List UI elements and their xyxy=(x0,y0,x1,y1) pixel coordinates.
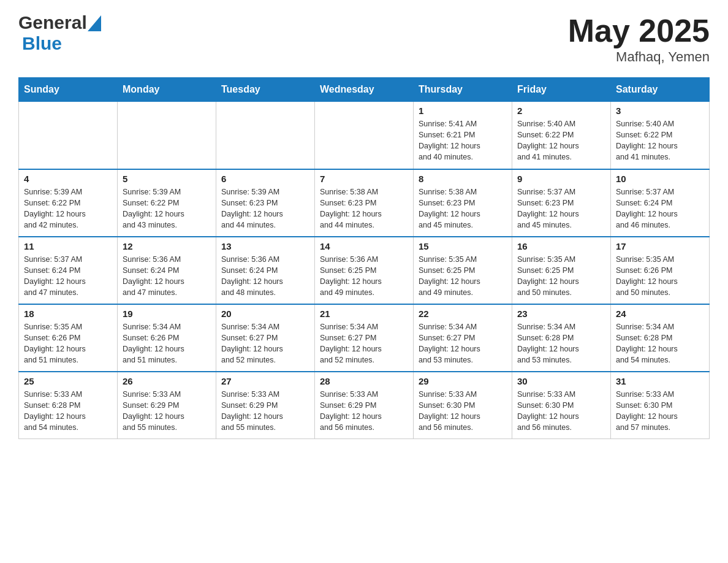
day-info: Sunrise: 5:33 AMSunset: 6:30 PMDaylight:… xyxy=(517,389,605,434)
day-info: Sunrise: 5:35 AMSunset: 6:25 PMDaylight:… xyxy=(517,254,605,299)
calendar-cell: 6Sunrise: 5:39 AMSunset: 6:23 PMDaylight… xyxy=(216,169,315,237)
day-info: Sunrise: 5:40 AMSunset: 6:22 PMDaylight:… xyxy=(517,118,605,163)
calendar-cell: 2Sunrise: 5:40 AMSunset: 6:22 PMDaylight… xyxy=(512,102,611,169)
day-info: Sunrise: 5:34 AMSunset: 6:28 PMDaylight:… xyxy=(517,321,605,366)
day-number: 15 xyxy=(419,241,507,251)
day-number: 23 xyxy=(517,308,605,319)
calendar-cell xyxy=(19,102,118,169)
day-number: 4 xyxy=(24,174,112,184)
day-info: Sunrise: 5:34 AMSunset: 6:27 PMDaylight:… xyxy=(419,321,507,366)
day-number: 10 xyxy=(616,174,704,184)
calendar-week-row: 11Sunrise: 5:37 AMSunset: 6:24 PMDayligh… xyxy=(19,237,710,304)
calendar-body: 1Sunrise: 5:41 AMSunset: 6:21 PMDaylight… xyxy=(19,102,710,439)
day-number: 14 xyxy=(320,241,408,251)
calendar-cell: 3Sunrise: 5:40 AMSunset: 6:22 PMDaylight… xyxy=(611,102,710,169)
day-info: Sunrise: 5:33 AMSunset: 6:29 PMDaylight:… xyxy=(320,389,408,434)
day-info: Sunrise: 5:36 AMSunset: 6:25 PMDaylight:… xyxy=(320,254,408,299)
day-info: Sunrise: 5:37 AMSunset: 6:24 PMDaylight:… xyxy=(616,186,704,231)
calendar-cell: 1Sunrise: 5:41 AMSunset: 6:21 PMDaylight… xyxy=(414,102,512,169)
calendar-cell: 7Sunrise: 5:38 AMSunset: 6:23 PMDaylight… xyxy=(315,169,414,237)
calendar-cell: 30Sunrise: 5:33 AMSunset: 6:30 PMDayligh… xyxy=(512,372,611,439)
day-number: 5 xyxy=(123,174,211,184)
calendar-cell: 16Sunrise: 5:35 AMSunset: 6:25 PMDayligh… xyxy=(512,237,611,304)
day-info: Sunrise: 5:38 AMSunset: 6:23 PMDaylight:… xyxy=(320,186,408,231)
title-block: May 2025 Mafhaq, Yemen xyxy=(568,12,710,65)
calendar-cell: 9Sunrise: 5:37 AMSunset: 6:23 PMDaylight… xyxy=(512,169,611,237)
calendar-cell: 18Sunrise: 5:35 AMSunset: 6:26 PMDayligh… xyxy=(19,304,118,372)
day-info: Sunrise: 5:33 AMSunset: 6:28 PMDaylight:… xyxy=(24,389,112,434)
day-info: Sunrise: 5:34 AMSunset: 6:28 PMDaylight:… xyxy=(616,321,704,366)
day-info: Sunrise: 5:35 AMSunset: 6:26 PMDaylight:… xyxy=(24,321,112,366)
calendar-cell: 22Sunrise: 5:34 AMSunset: 6:27 PMDayligh… xyxy=(414,304,512,372)
day-number: 31 xyxy=(616,376,704,386)
calendar-cell xyxy=(315,102,414,169)
day-info: Sunrise: 5:41 AMSunset: 6:21 PMDaylight:… xyxy=(419,118,507,163)
day-number: 2 xyxy=(517,105,605,116)
day-number: 22 xyxy=(419,308,507,319)
day-info: Sunrise: 5:33 AMSunset: 6:30 PMDaylight:… xyxy=(616,389,704,434)
logo-blue-text: Blue xyxy=(22,33,62,54)
day-number: 26 xyxy=(123,376,211,386)
day-number: 21 xyxy=(320,308,408,319)
calendar-cell: 21Sunrise: 5:34 AMSunset: 6:27 PMDayligh… xyxy=(315,304,414,372)
calendar-cell: 5Sunrise: 5:39 AMSunset: 6:22 PMDaylight… xyxy=(118,169,216,237)
day-number: 29 xyxy=(419,376,507,386)
day-info: Sunrise: 5:36 AMSunset: 6:24 PMDaylight:… xyxy=(123,254,211,299)
day-info: Sunrise: 5:36 AMSunset: 6:24 PMDaylight:… xyxy=(221,254,309,299)
day-number: 9 xyxy=(517,174,605,184)
day-info: Sunrise: 5:39 AMSunset: 6:22 PMDaylight:… xyxy=(123,186,211,231)
logo: General Blue xyxy=(18,12,101,54)
calendar-cell: 14Sunrise: 5:36 AMSunset: 6:25 PMDayligh… xyxy=(315,237,414,304)
day-info: Sunrise: 5:37 AMSunset: 6:23 PMDaylight:… xyxy=(517,186,605,231)
calendar-cell: 19Sunrise: 5:34 AMSunset: 6:26 PMDayligh… xyxy=(118,304,216,372)
calendar-cell: 26Sunrise: 5:33 AMSunset: 6:29 PMDayligh… xyxy=(118,372,216,439)
calendar-cell: 23Sunrise: 5:34 AMSunset: 6:28 PMDayligh… xyxy=(512,304,611,372)
calendar-week-row: 25Sunrise: 5:33 AMSunset: 6:28 PMDayligh… xyxy=(19,372,710,439)
calendar-cell: 10Sunrise: 5:37 AMSunset: 6:24 PMDayligh… xyxy=(611,169,710,237)
page-title: May 2025 xyxy=(568,12,710,49)
calendar-week-row: 4Sunrise: 5:39 AMSunset: 6:22 PMDaylight… xyxy=(19,169,710,237)
day-number: 28 xyxy=(320,376,408,386)
calendar-cell: 12Sunrise: 5:36 AMSunset: 6:24 PMDayligh… xyxy=(118,237,216,304)
day-number: 25 xyxy=(24,376,112,386)
calendar-cell: 11Sunrise: 5:37 AMSunset: 6:24 PMDayligh… xyxy=(19,237,118,304)
calendar-cell: 24Sunrise: 5:34 AMSunset: 6:28 PMDayligh… xyxy=(611,304,710,372)
weekday-header-tuesday: Tuesday xyxy=(216,78,315,102)
day-number: 8 xyxy=(419,174,507,184)
day-number: 1 xyxy=(419,105,507,116)
calendar-cell: 15Sunrise: 5:35 AMSunset: 6:25 PMDayligh… xyxy=(414,237,512,304)
logo-general-text: General xyxy=(18,12,87,33)
day-number: 20 xyxy=(221,308,309,319)
day-number: 6 xyxy=(221,174,309,184)
day-number: 27 xyxy=(221,376,309,386)
weekday-header-wednesday: Wednesday xyxy=(315,78,414,102)
calendar-cell: 31Sunrise: 5:33 AMSunset: 6:30 PMDayligh… xyxy=(611,372,710,439)
calendar-table: SundayMondayTuesdayWednesdayThursdayFrid… xyxy=(18,77,710,439)
day-info: Sunrise: 5:34 AMSunset: 6:27 PMDaylight:… xyxy=(221,321,309,366)
weekday-header-thursday: Thursday xyxy=(414,78,512,102)
calendar-header: SundayMondayTuesdayWednesdayThursdayFrid… xyxy=(19,78,710,102)
day-info: Sunrise: 5:34 AMSunset: 6:27 PMDaylight:… xyxy=(320,321,408,366)
day-info: Sunrise: 5:38 AMSunset: 6:23 PMDaylight:… xyxy=(419,186,507,231)
day-info: Sunrise: 5:40 AMSunset: 6:22 PMDaylight:… xyxy=(616,118,704,163)
day-number: 12 xyxy=(123,241,211,251)
weekday-header-row: SundayMondayTuesdayWednesdayThursdayFrid… xyxy=(19,78,710,102)
svg-marker-0 xyxy=(88,15,101,31)
day-number: 24 xyxy=(616,308,704,319)
day-info: Sunrise: 5:34 AMSunset: 6:26 PMDaylight:… xyxy=(123,321,211,366)
weekday-header-sunday: Sunday xyxy=(19,78,118,102)
weekday-header-monday: Monday xyxy=(118,78,216,102)
day-info: Sunrise: 5:39 AMSunset: 6:23 PMDaylight:… xyxy=(221,186,309,231)
day-number: 13 xyxy=(221,241,309,251)
day-info: Sunrise: 5:33 AMSunset: 6:29 PMDaylight:… xyxy=(221,389,309,434)
day-number: 18 xyxy=(24,308,112,319)
calendar-cell xyxy=(216,102,315,169)
day-number: 30 xyxy=(517,376,605,386)
calendar-cell: 20Sunrise: 5:34 AMSunset: 6:27 PMDayligh… xyxy=(216,304,315,372)
page-location: Mafhaq, Yemen xyxy=(568,49,710,65)
calendar-cell: 27Sunrise: 5:33 AMSunset: 6:29 PMDayligh… xyxy=(216,372,315,439)
day-info: Sunrise: 5:37 AMSunset: 6:24 PMDaylight:… xyxy=(24,254,112,299)
page-header: General Blue May 2025 Mafhaq, Yemen xyxy=(18,12,710,65)
weekday-header-saturday: Saturday xyxy=(611,78,710,102)
weekday-header-friday: Friday xyxy=(512,78,611,102)
